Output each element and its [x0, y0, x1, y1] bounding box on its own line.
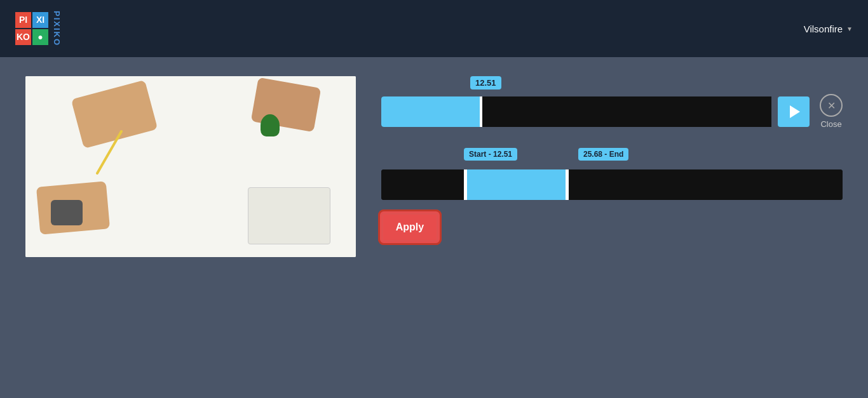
apply-button[interactable]: Apply: [381, 213, 438, 242]
user-name: Vilsonfire: [804, 23, 843, 34]
range-start-label: Start - 12.51: [464, 148, 517, 161]
dropdown-arrow-icon: ▼: [846, 25, 853, 32]
apply-wrapper: Apply: [381, 213, 843, 242]
range-timeline-bar[interactable]: [381, 169, 843, 200]
close-circle-icon: ✕: [820, 94, 843, 117]
top-timeline-section: 12.51 ✕ Close: [381, 76, 843, 129]
range-timeline-section: Start - 12.51 25.68 - End: [381, 148, 843, 200]
play-button[interactable]: [778, 96, 810, 127]
close-button[interactable]: ✕ Close: [820, 94, 843, 129]
logo-xi: XI: [32, 12, 48, 28]
desk-arm1: [71, 80, 158, 149]
top-timeline-row: ✕ Close: [381, 94, 843, 129]
header: PI XI KO ● PIXIKO Vilsonfire ▼: [0, 0, 868, 57]
desk-notebook: [248, 187, 330, 244]
range-end-label: 25.68 - End: [578, 148, 628, 161]
logo-ko: KO: [15, 29, 31, 45]
right-panel: 12.51 ✕ Close Start - 12.51: [381, 76, 843, 379]
desk-plant: [261, 114, 280, 136]
logo: PI XI KO ● PIXIKO: [15, 11, 62, 46]
range-blue-middle: [467, 169, 566, 200]
logo-grid: PI XI KO ●: [15, 12, 48, 45]
range-dark-right: [569, 169, 843, 200]
video-thumbnail: [25, 76, 356, 257]
range-labels: Start - 12.51 25.68 - End: [381, 148, 843, 167]
desk-camera: [51, 200, 83, 225]
logo-pi: PI: [15, 12, 31, 28]
logo-dot: ●: [32, 29, 48, 45]
position-label: 12.51: [470, 76, 501, 90]
desk-scene: [25, 76, 356, 257]
range-dark-left: [381, 169, 464, 200]
timeline-dark-right: [482, 96, 771, 127]
main-content: 12.51 ✕ Close Start - 12.51: [0, 57, 868, 398]
close-label: Close: [820, 119, 841, 129]
timeline-blue-left: [381, 96, 480, 127]
play-icon: [790, 105, 800, 118]
logo-text: PIXIKO: [52, 11, 62, 46]
user-menu[interactable]: Vilsonfire ▼: [804, 23, 853, 34]
top-timeline-bar[interactable]: [381, 96, 771, 127]
